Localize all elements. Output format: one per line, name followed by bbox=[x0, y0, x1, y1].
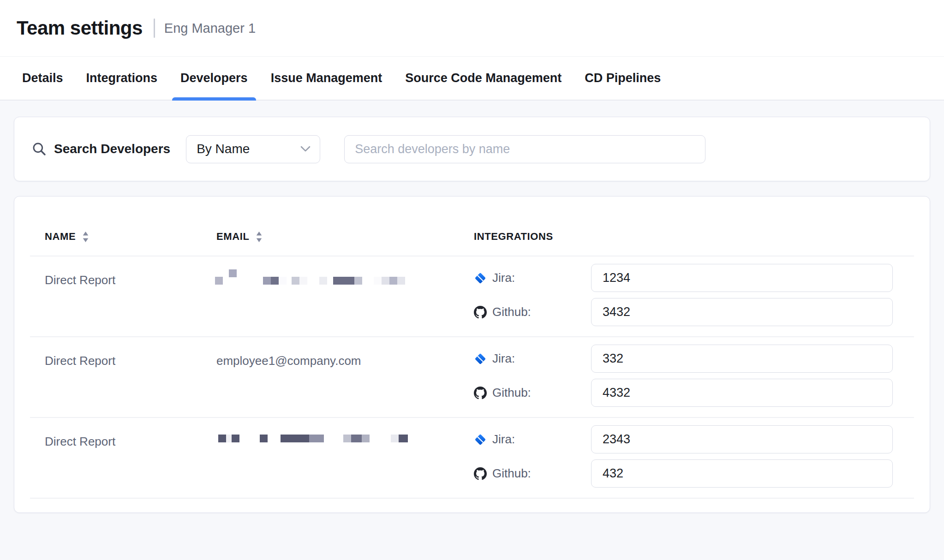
developer-name: Direct Report bbox=[45, 345, 216, 407]
github-id-input[interactable] bbox=[591, 379, 893, 407]
tab-cd-pipelines[interactable]: CD Pipelines bbox=[576, 57, 669, 100]
github-id-input[interactable] bbox=[591, 298, 893, 326]
search-icon bbox=[32, 142, 47, 156]
tab-issue-management[interactable]: Issue Management bbox=[263, 57, 391, 100]
github-label: Github: bbox=[474, 386, 591, 400]
jira-id-input[interactable] bbox=[591, 345, 893, 373]
github-integration-row: Github: bbox=[474, 379, 893, 407]
tab-developers[interactable]: Developers bbox=[172, 57, 256, 100]
column-header-name: NAME bbox=[45, 231, 216, 243]
jira-integration-row: Jira: bbox=[474, 425, 893, 453]
filter-selected-value: By Name bbox=[197, 142, 250, 156]
developer-name: Direct Report bbox=[45, 264, 216, 326]
developers-table: NAME EMAIL INTEGRA bbox=[14, 196, 930, 513]
github-id-input[interactable] bbox=[591, 459, 893, 488]
integrations-cell: Jira: Github: bbox=[474, 345, 893, 407]
tab-source-code-management[interactable]: Source Code Management bbox=[397, 57, 570, 100]
github-integration-row: Github: bbox=[474, 459, 893, 488]
search-card: Search Developers By Name bbox=[14, 117, 930, 181]
jira-label: Jira: bbox=[474, 432, 591, 447]
tab-bar: Details Integrations Developers Issue Ma… bbox=[0, 57, 944, 101]
email-header-label: EMAIL bbox=[216, 231, 249, 243]
jira-integration-row: Jira: bbox=[474, 264, 893, 292]
filter-select[interactable]: By Name bbox=[186, 135, 320, 163]
table-header-row: NAME EMAIL INTEGRA bbox=[14, 197, 930, 256]
integrations-cell: Jira: Github: bbox=[474, 264, 893, 326]
github-label-text: Github: bbox=[492, 386, 531, 400]
jira-label-text: Jira: bbox=[492, 351, 515, 366]
team-settings-page: Team settings Eng Manager 1 Details Inte… bbox=[0, 0, 944, 560]
jira-icon bbox=[474, 272, 487, 285]
developer-email: employee1@company.com bbox=[216, 345, 474, 407]
github-icon bbox=[474, 467, 487, 480]
jira-label: Jira: bbox=[474, 271, 591, 285]
sort-icon[interactable] bbox=[256, 231, 263, 243]
tab-integrations[interactable]: Integrations bbox=[78, 57, 166, 100]
page-title: Team settings bbox=[17, 17, 143, 39]
github-label-text: Github: bbox=[492, 305, 531, 319]
sort-icon[interactable] bbox=[82, 231, 89, 243]
title-separator bbox=[154, 18, 155, 38]
row-divider bbox=[30, 498, 914, 499]
column-header-email: EMAIL bbox=[216, 231, 474, 243]
search-label-text: Search Developers bbox=[54, 142, 170, 156]
redacted-email-blocks bbox=[216, 431, 474, 449]
jira-id-input[interactable] bbox=[591, 425, 893, 453]
jira-id-input[interactable] bbox=[591, 264, 893, 292]
github-label-text: Github: bbox=[492, 466, 531, 481]
developer-email-redacted bbox=[216, 264, 474, 326]
jira-integration-row: Jira: bbox=[474, 345, 893, 373]
redacted-email-blocks bbox=[216, 269, 474, 288]
jira-icon bbox=[474, 352, 487, 365]
github-label: Github: bbox=[474, 466, 591, 481]
developer-email-redacted bbox=[216, 425, 474, 488]
github-icon bbox=[474, 306, 487, 319]
github-integration-row: Github: bbox=[474, 298, 893, 326]
github-icon bbox=[474, 387, 487, 399]
github-label: Github: bbox=[474, 305, 591, 319]
chevron-down-icon bbox=[300, 146, 311, 152]
table-row: Direct Report bbox=[14, 418, 930, 498]
jira-label-text: Jira: bbox=[492, 432, 515, 447]
name-header-label: NAME bbox=[45, 231, 76, 243]
developer-name: Direct Report bbox=[45, 425, 216, 488]
table-row: Direct Report employee1@company.com bbox=[14, 337, 930, 417]
jira-icon bbox=[474, 433, 487, 446]
column-header-integrations: INTEGRATIONS bbox=[474, 231, 893, 243]
jira-label-text: Jira: bbox=[492, 271, 515, 285]
title-row: Team settings Eng Manager 1 bbox=[0, 0, 944, 57]
team-name: Eng Manager 1 bbox=[164, 21, 256, 36]
search-input[interactable] bbox=[344, 135, 705, 163]
tab-details[interactable]: Details bbox=[14, 57, 72, 100]
table-row: Direct Report bbox=[14, 256, 930, 336]
jira-label: Jira: bbox=[474, 351, 591, 366]
top-bar: Team settings Eng Manager 1 Details Inte… bbox=[0, 0, 944, 101]
main-content: Search Developers By Name NAME bbox=[0, 101, 944, 513]
search-developers-label: Search Developers bbox=[32, 142, 170, 156]
integrations-header-label: INTEGRATIONS bbox=[474, 231, 553, 243]
integrations-cell: Jira: Github: bbox=[474, 425, 893, 488]
